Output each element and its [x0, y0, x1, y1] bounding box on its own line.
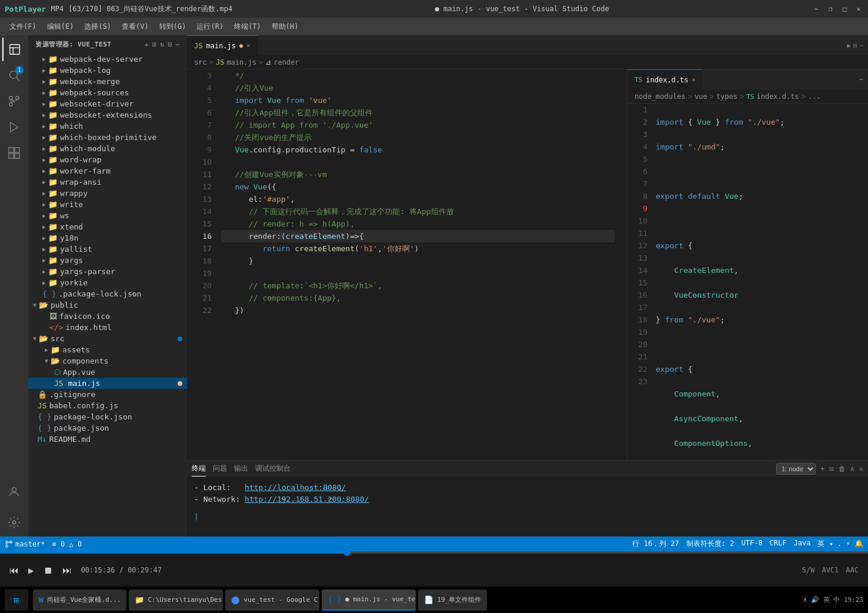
sidebar-item-index-html[interactable]: </> index.html [28, 322, 187, 333]
errors-indicator[interactable]: ⊗ 0 △ 0 [52, 540, 82, 548]
terminal-tab-problems[interactable]: 问题 [213, 461, 227, 476]
taskbar-item-1[interactable]: W 尚硅谷_Vue全家桶.d... [33, 589, 126, 611]
more-actions-btn[interactable]: ⋯ [859, 42, 863, 49]
right-code-area[interactable]: 1 2 3 4 5 6 7 8 9 10 11 12 13 14 [627, 104, 868, 460]
sidebar-item[interactable]: ▶ 📁 websocket-driver [28, 98, 187, 109]
new-folder-icon[interactable]: ⊡ [152, 41, 156, 48]
run-btn[interactable]: ▶ [847, 42, 851, 49]
video-progress-thumb[interactable] [343, 549, 350, 556]
taskbar-item-5[interactable]: 📄 19_单文件组件 [418, 589, 487, 611]
more-actions-icon[interactable]: ⋯ [859, 75, 863, 84]
sidebar-item[interactable]: ▶ 📁 xtend [28, 221, 187, 232]
menu-file[interactable]: 文件(F) [5, 19, 41, 34]
stop-btn[interactable]: ⏹ [44, 565, 53, 576]
activity-search[interactable]: 1 [2, 64, 26, 87]
start-button[interactable]: ⊞ [5, 589, 28, 611]
video-progress-bar[interactable] [0, 551, 868, 554]
tab-close-btn[interactable]: × [692, 76, 696, 84]
sidebar-package-lock[interactable]: { } package-lock.json [28, 411, 187, 422]
sidebar-item[interactable]: ▶ 📁 word-wrap [28, 154, 187, 165]
local-url-link[interactable]: http://localhost:8080/ [245, 483, 346, 492]
sidebar-item[interactable]: ▶ 📁 webpack-sources [28, 87, 187, 98]
breadcrumb-src[interactable]: src [194, 58, 207, 66]
sidebar-item[interactable]: ▶ 📁 which-boxed-primitive [28, 132, 187, 143]
close-button[interactable]: ✕ [854, 4, 863, 14]
sidebar-item[interactable]: ▶ 📁 worker-farm [28, 165, 187, 176]
sidebar-item[interactable]: ▶ 📁 y18n [28, 232, 187, 244]
kill-terminal-btn[interactable]: 🗑 [839, 465, 846, 473]
maximize-terminal-btn[interactable]: ∧ [850, 465, 854, 473]
tab-main-js[interactable]: JS main.js ● × [187, 35, 258, 55]
more-icon[interactable]: ⋯ [176, 41, 180, 48]
activity-run[interactable] [2, 115, 26, 139]
sidebar-item[interactable]: ▶ 📁 write [28, 199, 187, 210]
activity-settings[interactable] [2, 511, 26, 534]
menu-help[interactable]: 帮助(H) [267, 19, 303, 34]
menu-goto[interactable]: 转到(G) [155, 19, 191, 34]
sidebar-item[interactable]: ▶ 📁 which-module [28, 143, 187, 154]
sidebar-main-js[interactable]: JS main.js [28, 378, 187, 389]
sidebar-gitignore[interactable]: 🔒 .gitignore [28, 389, 187, 400]
play-btn[interactable]: ▶ [28, 565, 34, 576]
sidebar-item[interactable]: ▶ 📁 websocket-extensions [28, 109, 187, 121]
sidebar-assets-folder[interactable]: ▶ 📁 assets [28, 344, 187, 355]
encoding[interactable]: UTF-8 [741, 539, 762, 549]
tab-close-btn[interactable]: × [246, 42, 251, 49]
sidebar-item[interactable]: { } .package-lock.json [28, 288, 187, 299]
line-ending[interactable]: CRLF [770, 539, 787, 549]
breadcrumb-render[interactable]: render [273, 58, 299, 66]
taskbar-item-4[interactable]: { } ● main.js - vue_test ... [322, 589, 416, 611]
breadcrumb-mainjs[interactable]: main.js [226, 58, 256, 66]
terminal-tab-output[interactable]: 输出 [234, 461, 248, 476]
sidebar-src-folder[interactable]: ▼ 📂 src [28, 333, 187, 344]
sidebar-readme[interactable]: M↓ README.md [28, 434, 187, 445]
sidebar-item[interactable]: ▶ 📁 which [28, 121, 187, 132]
sidebar-item[interactable]: ▶ 📁 yargs [28, 255, 187, 266]
sidebar-public-folder[interactable]: ▼ 📂 public [28, 299, 187, 311]
activity-account[interactable] [2, 480, 26, 504]
editor-scrollbar[interactable] [620, 69, 627, 460]
sidebar-item[interactable]: ▶ 📁 webpack-merge [28, 76, 187, 87]
sidebar-item-favicon[interactable]: 🖼 favicon.ico [28, 311, 187, 322]
sidebar-item[interactable]: ▶ 📁 yargs-parser [28, 266, 187, 277]
cursor-position[interactable]: 行 16，列 27 [632, 539, 679, 549]
menu-terminal[interactable]: 终端(T) [229, 19, 266, 34]
menu-view[interactable]: 查看(V) [117, 19, 153, 34]
activity-files[interactable] [2, 38, 26, 61]
activity-extensions[interactable] [2, 141, 26, 165]
next-btn[interactable]: ⏭ [62, 565, 72, 576]
branch-indicator[interactable]: master* [5, 540, 45, 548]
sidebar-package-json[interactable]: { } package.json [28, 422, 187, 434]
refresh-icon[interactable]: ↻ [160, 41, 164, 48]
terminal-node-select[interactable]: 1: node [776, 463, 816, 475]
split-terminal-btn[interactable]: ⊡ [829, 465, 833, 473]
tab-size[interactable]: 制表符长度: 2 [686, 539, 735, 549]
taskbar-item-2[interactable]: 📁 C:\Users\tianyu\Des... [129, 589, 223, 611]
sidebar-item[interactable]: ▶ 📁 ws [28, 210, 187, 221]
taskbar-item-3[interactable]: ⬤ vue_test - Google C... [225, 589, 319, 611]
menu-run[interactable]: 运行(R) [192, 19, 228, 34]
sidebar-babel-config[interactable]: JS babel.config.js [28, 400, 187, 411]
sidebar-components-folder[interactable]: ▼ 📂 components [28, 355, 187, 367]
sidebar-item[interactable]: ▶ 📁 webpack-dev-server [28, 54, 187, 65]
sidebar-item[interactable]: ▶ 📁 yallist [28, 244, 187, 255]
restore-button[interactable]: ❐ [826, 4, 835, 14]
terminal-tab-debug[interactable]: 调试控制台 [255, 461, 291, 476]
collapse-icon[interactable]: ⊟ [168, 41, 172, 48]
sidebar-item[interactable]: ▶ 📁 yorkie [28, 277, 187, 288]
split-btn[interactable]: ⊡ [853, 42, 857, 49]
sidebar-item[interactable]: ▶ 📁 webpack-log [28, 65, 187, 76]
sidebar-item[interactable]: ▶ 📁 wrappy [28, 188, 187, 199]
activity-source-control[interactable] [2, 89, 26, 113]
new-file-icon[interactable]: + [145, 41, 149, 48]
sidebar-item[interactable]: ▶ 📁 wrap-ansi [28, 176, 187, 188]
tab-index-dts[interactable]: TS index.d.ts × [627, 69, 703, 89]
close-terminal-btn[interactable]: ✕ [859, 465, 863, 473]
network-url-link[interactable]: http://192.168.51.200:8080/ [245, 495, 369, 504]
maximize-button[interactable]: □ [840, 4, 849, 14]
terminal-tab-terminal[interactable]: 终端 [192, 461, 206, 477]
menu-selection[interactable]: 选择(S) [79, 19, 116, 34]
minimize-button[interactable]: − [812, 4, 821, 14]
new-terminal-btn[interactable]: + [820, 465, 824, 473]
menu-edit[interactable]: 编辑(E) [42, 19, 79, 34]
